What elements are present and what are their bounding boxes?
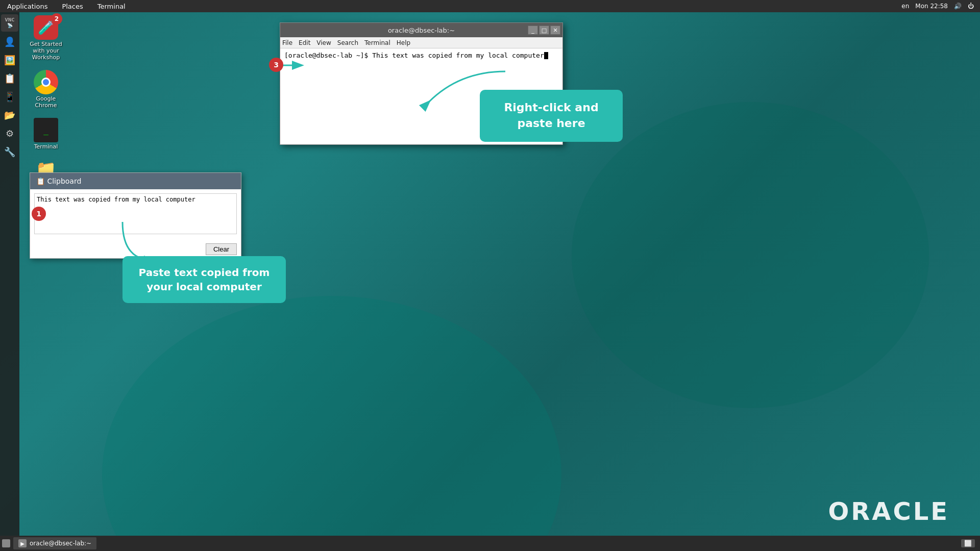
terminal-menu-edit[interactable]: Edit [299, 39, 310, 46]
desktop-icon-workshop[interactable]: 2 🧪 Get Started with your Workshop [26, 15, 66, 61]
menubar-lang: en [901, 3, 909, 10]
menubar-time: Mon 22:58 [915, 3, 948, 10]
terminal-menu-search[interactable]: Search [337, 39, 358, 46]
menubar: Applications Places Terminal en Mon 22:5… [0, 0, 980, 12]
tooltip-rightclick: Right-click and paste here [480, 90, 623, 142]
sidebar-icon-2[interactable]: 🖼️ [1, 51, 18, 68]
sidebar-vnc-icon[interactable]: VNC 📡 [1, 14, 18, 32]
clipboard-titlebar: 📋 Clipboard [30, 173, 241, 189]
desktop-icon-chrome[interactable]: Google Chrome [26, 70, 66, 109]
terminal-close-button[interactable]: ✕ [550, 26, 560, 35]
sidebar: VNC 📡 👤 🖼️ 📋 📱 📂 ⚙️ 🔧 [0, 12, 19, 536]
terminal-cursor [544, 52, 548, 59]
workshop-badge: 2 [51, 13, 62, 24]
terminal-minimize-button[interactable]: _ [528, 26, 538, 35]
step3-badge: 3 [269, 58, 283, 72]
terminal-menu-file[interactable]: File [282, 39, 292, 46]
taskbar-start-icon[interactable] [2, 539, 10, 547]
sidebar-icon-7[interactable]: 🔧 [1, 143, 18, 160]
chrome-center [41, 78, 51, 87]
sidebar-icon-3[interactable]: 📋 [1, 69, 18, 87]
sidebar-icon-4[interactable]: 📱 [1, 88, 18, 105]
terminal-label: Terminal [34, 143, 58, 150]
clear-button[interactable]: Clear [206, 243, 237, 255]
menubar-power-icon[interactable]: ⏻ [968, 3, 974, 10]
terminal-menubar: File Edit View Search Terminal Help [280, 37, 562, 48]
tooltip-rightclick-text: Right-click and paste here [504, 101, 598, 130]
taskbar-app-label: oracle@dbsec-lab:~ [30, 540, 91, 547]
oracle-logo-text: ORACLE [828, 497, 949, 525]
sidebar-icon-5[interactable]: 📂 [1, 106, 18, 123]
terminal-title: oracle@dbsec-lab:~ [388, 27, 455, 34]
oracle-logo: ORACLE [828, 497, 949, 525]
terminal-titlebar: oracle@dbsec-lab:~ _ □ ✕ [280, 23, 562, 37]
terminal-maximize-button[interactable]: □ [539, 26, 549, 35]
chrome-icon [34, 70, 58, 94]
taskbar-terminal-icon: ▶ [18, 539, 27, 547]
menu-terminal[interactable]: Terminal [94, 2, 129, 11]
taskbar-size-button[interactable]: ⬜ [961, 539, 975, 547]
tooltip-paste-text: Paste text copied from your local comput… [139, 266, 270, 293]
workshop-label: Get Started with your Workshop [30, 41, 62, 61]
terminal-menu-help[interactable]: Help [397, 39, 410, 46]
chrome-label: Google Chrome [35, 95, 57, 109]
menubar-volume-icon[interactable]: 🔊 [954, 3, 962, 10]
desktop-icons-container: 2 🧪 Get Started with your Workshop Googl… [26, 15, 66, 186]
clipboard-title: 📋 Clipboard [36, 177, 81, 185]
terminal-prompt-text: [oracle@dbsec-lab ~]$ This text was copi… [284, 52, 544, 59]
menu-applications[interactable]: Applications [4, 2, 51, 11]
menu-places[interactable]: Places [59, 2, 86, 11]
sidebar-icon-6[interactable]: ⚙️ [1, 124, 18, 142]
terminal-menu-terminal[interactable]: Terminal [364, 39, 390, 46]
tooltip-paste: Paste text copied from your local comput… [122, 256, 286, 303]
terminal-menu-view[interactable]: View [316, 39, 331, 46]
desktop-icon-terminal[interactable]: _ Terminal [26, 118, 66, 150]
taskbar-terminal-app[interactable]: ▶ oracle@dbsec-lab:~ [13, 537, 96, 549]
sidebar-icon-1[interactable]: 👤 [1, 33, 18, 50]
taskbar: ▶ oracle@dbsec-lab:~ ⬜ [0, 536, 980, 551]
step1-badge: 1 [32, 207, 46, 221]
terminal-icon: _ [34, 118, 58, 142]
